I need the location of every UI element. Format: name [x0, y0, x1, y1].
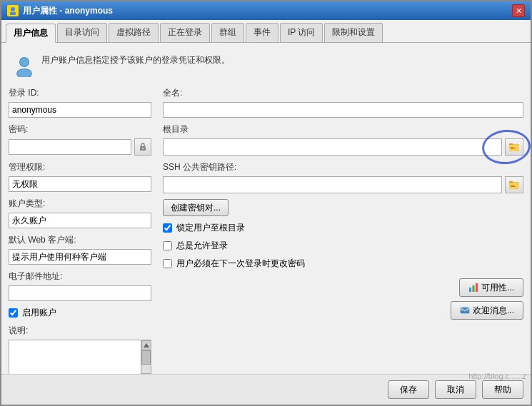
- tab-dir-access[interactable]: 目录访问: [57, 23, 107, 42]
- svg-point-7: [142, 148, 144, 149]
- home-dir-browse-button[interactable]: [505, 138, 523, 156]
- close-button[interactable]: ✕: [512, 4, 525, 17]
- window-icon: [7, 5, 19, 16]
- home-dir-row: [163, 138, 523, 156]
- lock-home-row: 锁定用户至根目录: [163, 222, 523, 234]
- default-web-client-label: 默认 Web 客户端:: [9, 234, 151, 246]
- change-password-checkbox[interactable]: [163, 259, 172, 268]
- svg-rect-22: [472, 285, 474, 292]
- notes-field: 说明:: [9, 325, 151, 374]
- tab-user-info[interactable]: 用户信息: [6, 24, 56, 43]
- ssh-key-select[interactable]: [163, 176, 502, 193]
- title-bar: 用户属性 - anonymous ✕: [1, 1, 531, 20]
- email-field: 电子邮件地址:: [9, 270, 151, 301]
- home-dir-dropdown-wrapper: [163, 138, 502, 156]
- ssh-key-dropdown-wrapper: [163, 176, 502, 193]
- lock-home-label: 锁定用户至根目录: [176, 222, 245, 234]
- login-id-label: 登录 ID:: [9, 87, 151, 99]
- home-dir-label: 根目录: [163, 123, 523, 136]
- form-area: 登录 ID: 密码:: [9, 87, 523, 374]
- home-dir-select[interactable]: [163, 138, 502, 156]
- svg-rect-13: [509, 145, 519, 151]
- info-banner: 用户账户信息指定授予该账户的登录凭证和权限。: [9, 50, 523, 81]
- main-window: 用户属性 - anonymous ✕ 用户信息 目录访问 虚拟路径 正在登录 群…: [0, 0, 532, 406]
- info-text: 用户账户信息指定授予该账户的登录凭证和权限。: [41, 54, 230, 66]
- welcome-message-label: 欢迎消息...: [473, 305, 514, 317]
- full-name-input[interactable]: [163, 102, 523, 118]
- welcome-icon: [460, 305, 470, 315]
- change-password-label: 用户必须在下一次登录时更改密码: [176, 258, 305, 270]
- notes-scrollbar[interactable]: [141, 340, 151, 374]
- left-column: 登录 ID: 密码:: [9, 87, 151, 374]
- always-allow-checkbox[interactable]: [163, 241, 172, 250]
- tab-content: 用户账户信息指定授予该账户的登录凭证和权限。 登录 ID: 密码:: [1, 43, 531, 374]
- lock-home-checkbox[interactable]: [163, 223, 172, 233]
- scrollbar-thumb[interactable]: [141, 350, 151, 365]
- tabs-bar: 用户信息 目录访问 虚拟路径 正在登录 群组 事件 IP 访问 限制和设置: [1, 20, 531, 43]
- availability-label: 可用性...: [481, 282, 514, 294]
- admin-rights-select[interactable]: 无权限: [9, 176, 151, 192]
- ssh-key-field: SSH 公共密钥路径:: [163, 161, 523, 193]
- enable-account-label: 启用账户: [22, 307, 56, 319]
- account-type-label: 账户类型:: [9, 198, 151, 210]
- create-key-pair-row: 创建密钥对...: [163, 199, 523, 216]
- availability-button[interactable]: 可用性...: [459, 278, 523, 297]
- always-allow-label: 总是允许登录: [176, 240, 228, 252]
- button-row: http://blog.c......z 保存 取消 帮助: [1, 374, 531, 405]
- help-button[interactable]: 帮助: [482, 380, 523, 399]
- full-name-field: 全名:: [163, 87, 523, 118]
- title-bar-left: 用户属性 - anonymous: [7, 5, 113, 17]
- tab-online[interactable]: 正在登录: [160, 23, 210, 42]
- login-id-field: 登录 ID:: [9, 87, 151, 118]
- create-key-pair-button[interactable]: 创建密钥对...: [163, 199, 229, 216]
- password-label: 密码:: [9, 123, 151, 136]
- scrollbar-up-arrow[interactable]: [141, 340, 151, 350]
- admin-rights-dropdown-wrapper: 无权限: [9, 176, 151, 192]
- login-id-input[interactable]: [9, 102, 151, 118]
- ssh-key-browse-button[interactable]: [505, 176, 523, 193]
- web-client-select[interactable]: 提示用户使用何种客户端: [9, 249, 151, 265]
- notes-label: 说明:: [9, 325, 151, 337]
- availability-icon: [468, 283, 478, 293]
- email-input[interactable]: [9, 285, 151, 301]
- tab-limits[interactable]: 限制和设置: [324, 23, 383, 42]
- svg-rect-23: [476, 283, 478, 292]
- account-type-field: 账户类型: 永久账户: [9, 198, 151, 228]
- svg-point-0: [11, 7, 15, 11]
- welcome-message-button[interactable]: 欢迎消息...: [451, 301, 523, 320]
- svg-point-4: [20, 58, 29, 66]
- change-password-row: 用户必须在下一次登录时更改密码: [163, 258, 523, 270]
- svg-marker-8: [144, 343, 149, 347]
- admin-rights-label: 管理权限:: [9, 161, 151, 173]
- save-button[interactable]: 保存: [388, 380, 429, 399]
- svg-rect-15: [511, 148, 516, 149]
- right-column: 全名: 根目录: [163, 87, 523, 374]
- right-action-buttons: 可用性... 欢迎消息...: [163, 278, 523, 320]
- svg-rect-21: [469, 288, 471, 292]
- admin-rights-field: 管理权限: 无权限: [9, 161, 151, 192]
- tab-groups[interactable]: 群组: [211, 23, 244, 42]
- tab-events[interactable]: 事件: [246, 23, 278, 42]
- full-name-label: 全名:: [163, 87, 523, 99]
- default-web-client-field: 默认 Web 客户端: 提示用户使用何种客户端: [9, 234, 151, 265]
- account-type-dropdown-wrapper: 永久账户: [9, 213, 151, 228]
- window-title: 用户属性 - anonymous: [23, 5, 113, 17]
- password-icon-button[interactable]: [134, 138, 151, 156]
- notes-textarea-container: [9, 340, 151, 374]
- notes-textarea[interactable]: [9, 340, 141, 374]
- email-label: 电子邮件地址:: [9, 270, 151, 283]
- enable-account-row: 启用账户: [9, 307, 151, 319]
- cancel-button[interactable]: 取消: [435, 380, 476, 399]
- enable-account-checkbox[interactable]: [9, 308, 18, 318]
- watermark: http://blog.c......z: [468, 372, 526, 380]
- account-type-select[interactable]: 永久账户: [9, 213, 151, 228]
- tab-ip-access[interactable]: IP 访问: [280, 23, 323, 42]
- home-dir-field: 根目录: [163, 123, 523, 156]
- svg-rect-19: [511, 185, 514, 186]
- svg-rect-18: [509, 183, 519, 189]
- password-field: 密码:: [9, 123, 151, 156]
- tab-virtual-path[interactable]: 虚拟路径: [109, 23, 159, 42]
- svg-rect-20: [511, 186, 516, 187]
- password-input[interactable]: [9, 139, 131, 155]
- user-avatar-icon: [13, 54, 36, 77]
